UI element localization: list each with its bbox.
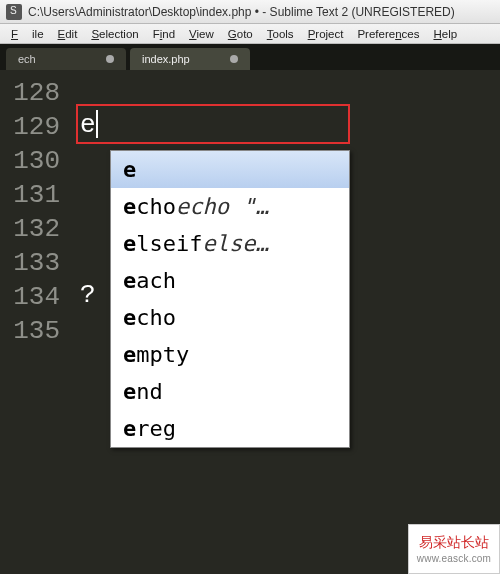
line-gutter: 128 129 130 131 132 133 134 135 [0,70,70,574]
dirty-indicator-icon [106,55,114,63]
ac-hint: echo "… [176,194,269,219]
autocomplete-item[interactable]: elseifelse… [111,225,349,262]
ac-match: e [123,342,136,367]
typed-text: e [80,110,96,140]
ac-rest: reg [136,416,176,441]
app-icon [6,4,22,20]
ac-rest: lseif [136,231,202,256]
code-text-line-134: ? [80,280,96,310]
autocomplete-item[interactable]: end [111,373,349,410]
autocomplete-popup[interactable]: e echoecho "… elseifelse… each echo empt… [110,150,350,448]
ac-match: e [123,194,136,219]
ac-match: e [123,231,136,256]
ac-rest: mpty [136,342,189,367]
tab-label: ech [18,53,36,65]
ac-rest: cho [136,305,176,330]
autocomplete-item[interactable]: echoecho "… [111,188,349,225]
autocomplete-item[interactable]: empty [111,336,349,373]
ac-match: e [123,416,136,441]
menu-tools[interactable]: Tools [260,26,301,42]
menu-edit[interactable]: Edit [51,26,85,42]
tab-index-php[interactable]: index.php [130,48,250,70]
ac-match: e [123,305,136,330]
tab-label: index.php [142,53,190,65]
menu-preferences[interactable]: Preferences [350,26,426,42]
menu-project[interactable]: Project [301,26,351,42]
ac-match: e [123,379,136,404]
menu-help[interactable]: Help [426,26,464,42]
line-number: 128 [0,76,60,110]
line-number: 129 [0,110,60,144]
editor-area[interactable]: 128 129 130 131 132 133 134 135 e ? e ec… [0,70,500,574]
ac-hint: else… [202,231,268,256]
tabbar: ech index.php [0,44,500,70]
autocomplete-item[interactable]: echo [111,299,349,336]
autocomplete-item[interactable]: each [111,262,349,299]
ac-rest: ach [136,268,176,293]
line-number: 134 [0,280,60,314]
menu-view[interactable]: View [182,26,221,42]
watermark-url: www.easck.com [417,552,491,565]
window-titlebar: C:\Users\Administrator\Desktop\index.php… [0,0,500,24]
autocomplete-item[interactable]: e [111,151,349,188]
line-number: 135 [0,314,60,348]
watermark: 易采站长站 www.easck.com [408,524,500,574]
tab-ech[interactable]: ech [6,48,126,70]
line-number: 133 [0,246,60,280]
autocomplete-item[interactable]: ereg [111,410,349,447]
watermark-text: 易采站长站 [419,533,489,551]
line-number: 132 [0,212,60,246]
text-caret [96,110,98,138]
menu-goto[interactable]: Goto [221,26,260,42]
menu-selection[interactable]: Selection [84,26,145,42]
dirty-indicator-icon [230,55,238,63]
menu-find[interactable]: Find [146,26,182,42]
ac-match: e [123,268,136,293]
menu-file[interactable]: File [4,26,51,42]
line-number: 130 [0,144,60,178]
line-number: 131 [0,178,60,212]
menubar: File Edit Selection Find View Goto Tools… [0,24,500,44]
ac-rest: cho [136,194,176,219]
ac-rest: nd [136,379,163,404]
highlight-box [76,104,350,144]
ac-match: e [123,157,136,182]
window-title: C:\Users\Administrator\Desktop\index.php… [28,5,455,19]
